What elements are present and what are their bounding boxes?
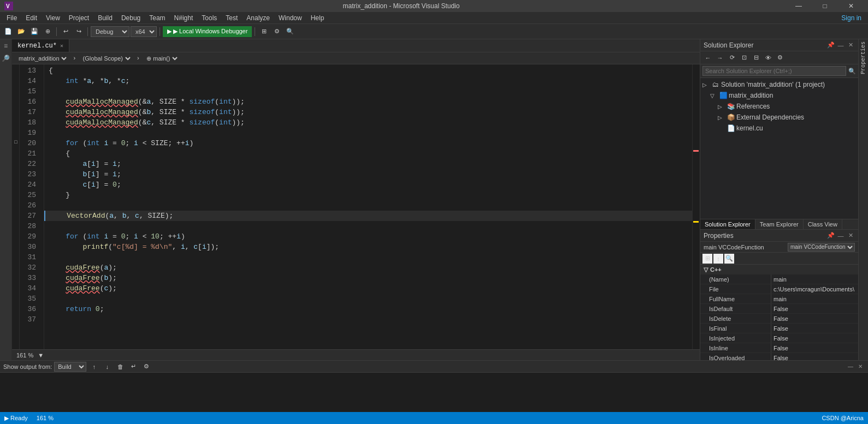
prop-search-btn[interactable]: 🔍	[724, 254, 734, 264]
code-line-27: VectorAdd(a, b, c, SIZE);	[44, 211, 692, 221]
solution-explorer-title: Solution Explorer	[704, 41, 753, 49]
code-area[interactable]: { int *a, *b, *c; cudaMallocManaged(&a, …	[44, 64, 692, 349]
menu-analyze[interactable]: Analyze	[242, 13, 274, 23]
code-line-31	[44, 252, 692, 262]
fold-btn-21	[12, 147, 20, 158]
output-clear-btn[interactable]: 🗑	[115, 361, 126, 372]
toolbar-btn-1[interactable]: ⊞	[258, 26, 270, 38]
open-btn[interactable]: 📂	[15, 26, 27, 38]
fold-btn-26	[12, 199, 20, 210]
code-line-24: c[i] = 0;	[44, 180, 692, 190]
se-tab-team-explorer[interactable]: Team Explorer	[755, 219, 804, 229]
output-wordwrap-btn[interactable]: ↵	[128, 361, 139, 372]
se-sync-btn[interactable]: ⟳	[727, 52, 737, 63]
maximize-button[interactable]: □	[812, 0, 837, 12]
new-file-btn[interactable]: 📄	[2, 26, 14, 38]
menu-file[interactable]: File	[2, 13, 21, 23]
search-input[interactable]	[702, 66, 846, 76]
toolbar-btn-2[interactable]: ⚙	[271, 26, 283, 38]
solution-explorer-tree: ▷ 🗂 Solution 'matrix_addition' (1 projec…	[700, 78, 858, 219]
platform-select[interactable]: x64 x86	[131, 26, 157, 37]
menu-night[interactable]: N#ight	[170, 13, 198, 23]
fold-btn-34	[12, 282, 20, 292]
fold-btn-20[interactable]: □	[12, 137, 20, 147]
ln-18: 18	[20, 117, 39, 128]
se-tab-class-view[interactable]: Class View	[804, 219, 842, 229]
undo-btn[interactable]: ↩	[60, 26, 72, 38]
ln-37: 37	[20, 314, 39, 325]
fold-btn-24	[12, 178, 20, 189]
menu-help[interactable]: Help	[306, 13, 329, 23]
prop-value-isfinal: False	[771, 325, 858, 332]
fold-gutter: □	[12, 64, 20, 349]
output-scroll-down-btn[interactable]: ↓	[102, 361, 113, 372]
save-all-btn[interactable]: ⊕	[42, 26, 54, 38]
activity-icon-2[interactable]: 🔎	[1, 53, 11, 63]
fold-btn-35	[12, 292, 20, 303]
output-minimize-icon[interactable]: —	[846, 362, 855, 371]
output-source-select[interactable]: Build Debug	[54, 362, 86, 372]
prop-minimize-icon[interactable]: —	[836, 231, 845, 240]
panel-close-icon[interactable]: ✕	[846, 41, 855, 50]
redo-btn[interactable]: ↪	[73, 26, 85, 38]
menu-test[interactable]: Test	[221, 13, 242, 23]
tree-kernel-file[interactable]: 📄 kernel.cu	[700, 123, 858, 134]
editor-tab-kernel[interactable]: kernel.cu* ✕	[12, 39, 69, 52]
fold-btn-19	[12, 127, 20, 137]
search-icon: 🔍	[848, 68, 856, 75]
panel-minimize-icon[interactable]: —	[836, 41, 845, 50]
ln-16: 16	[20, 97, 39, 107]
tree-solution[interactable]: ▷ 🗂 Solution 'matrix_addition' (1 projec…	[700, 79, 858, 90]
minimize-button[interactable]: —	[786, 0, 811, 12]
code-line-37	[44, 314, 692, 325]
se-back-btn[interactable]: ←	[702, 52, 713, 63]
output-close-icon[interactable]: ✕	[856, 362, 865, 371]
output-settings-btn[interactable]: ⚙	[141, 361, 152, 372]
toolbar-btn-3[interactable]: 🔍	[284, 26, 296, 38]
menu-window[interactable]: Window	[274, 13, 306, 23]
prop-pin-icon[interactable]: 📌	[826, 231, 835, 240]
se-forward-btn[interactable]: →	[715, 52, 725, 63]
fold-btn-28	[12, 220, 20, 230]
breadcrumb-scope[interactable]: (Global Scope)	[81, 55, 132, 62]
zoom-icon[interactable]: ▼	[38, 352, 44, 359]
menu-view[interactable]: View	[42, 13, 64, 23]
object-select[interactable]: main VCCodeFunction	[788, 243, 855, 252]
sign-in-button[interactable]: Sign in	[837, 13, 866, 23]
prop-alphabetical-btn[interactable]: ↕	[713, 254, 723, 264]
run-button[interactable]: ▶ ▶ Local Windows Debugger	[163, 26, 252, 37]
scroll-indicator[interactable]	[692, 64, 700, 349]
menu-team[interactable]: Team	[145, 13, 169, 23]
breadcrumb-project[interactable]: matrix_addition	[16, 55, 68, 62]
activity-icon-1[interactable]: ≡	[1, 41, 11, 51]
references-label: References	[736, 103, 770, 110]
output-scroll-up-btn[interactable]: ↑	[88, 361, 99, 372]
menu-tools[interactable]: Tools	[197, 13, 221, 23]
se-filter-btn[interactable]: ⊡	[739, 52, 749, 63]
menu-build[interactable]: Build	[93, 13, 117, 23]
breadcrumb-function[interactable]: ⊕ main()	[144, 55, 179, 62]
project-label: matrix_addition	[729, 92, 773, 99]
se-preview-btn[interactable]: 👁	[763, 52, 773, 63]
se-tab-solution-explorer[interactable]: Solution Explorer	[700, 219, 755, 229]
menu-edit[interactable]: Edit	[21, 13, 42, 23]
output-show-label: Show output from:	[3, 363, 52, 370]
panel-pin-icon[interactable]: 📌	[826, 41, 835, 50]
tree-external-deps[interactable]: ▷ 📦 External Dependencies	[700, 112, 858, 123]
config-select[interactable]: Debug Release	[91, 26, 129, 37]
code-line-33: cudaFree(b);	[44, 273, 692, 283]
menu-debug[interactable]: Debug	[117, 13, 145, 23]
prop-close-icon[interactable]: ✕	[846, 231, 855, 240]
se-collapse-btn[interactable]: ⊟	[751, 52, 761, 63]
tab-close-icon[interactable]: ✕	[60, 43, 63, 49]
se-settings-btn[interactable]: ⚙	[775, 52, 786, 63]
prop-categorized-btn[interactable]: ⊞	[702, 254, 712, 264]
fold-btn-14	[12, 75, 20, 85]
code-line-35	[44, 294, 692, 304]
menu-project[interactable]: Project	[64, 13, 93, 23]
tree-project[interactable]: ▽ 🟦 matrix_addition	[700, 90, 858, 101]
ext-deps-label: External Dependencies	[736, 114, 804, 121]
save-btn[interactable]: 💾	[28, 26, 40, 38]
close-button[interactable]: ✕	[839, 0, 864, 12]
tree-references[interactable]: ▷ 📚 References	[700, 101, 858, 112]
